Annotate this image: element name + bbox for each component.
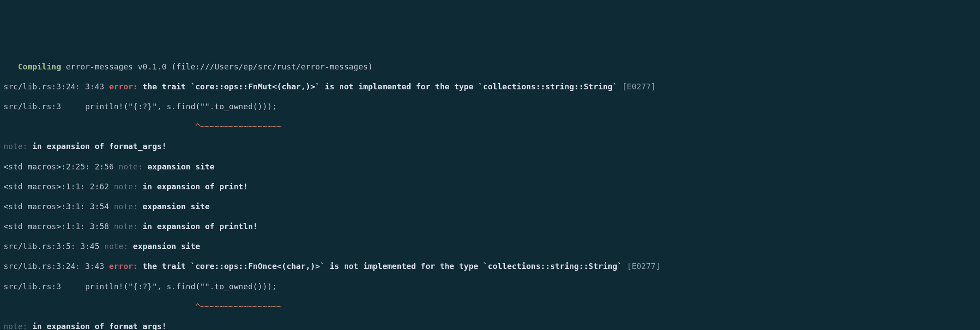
terminal-output: Compiling error-messages v0.1.0 (file://…: [0, 50, 980, 330]
caret-line-1: ^~~~~~~~~~~~~~~~~~: [4, 122, 976, 132]
note-msg: in expansion of format_args!: [27, 322, 166, 330]
macro-line: src/lib.rs:3:5: 3:45 note: expansion sit…: [4, 242, 976, 252]
indent: [4, 62, 18, 71]
macro-line: <std macros>:1:1: 2:62 note: in expansio…: [4, 182, 976, 192]
error-1-loc: src/lib.rs:3:24: 3:43: [4, 82, 109, 91]
note-format-args-2: note: in expansion of format_args!: [4, 322, 976, 330]
note-tag: note:: [104, 242, 128, 251]
macro-loc: <std macros>:2:25: 2:56: [4, 162, 119, 171]
note-msg: expansion site: [128, 242, 200, 251]
note-tag: note:: [114, 202, 138, 211]
note-msg: in expansion of format_args!: [27, 142, 166, 151]
compiling-label: Compiling: [18, 62, 61, 71]
note-tag: note:: [114, 222, 138, 231]
caret-line-2: ^~~~~~~~~~~~~~~~~~: [4, 302, 976, 312]
note-tag: note:: [114, 182, 138, 191]
note-msg: in expansion of println!: [138, 222, 257, 231]
error-tag: error:: [109, 261, 138, 271]
note-tag: note:: [4, 322, 27, 330]
compile-line: Compiling error-messages v0.1.0 (file://…: [4, 62, 976, 72]
error-tag: error:: [109, 82, 138, 91]
error-1-msg: the trait `core::ops::FnMut<(char,)>` is…: [138, 82, 622, 91]
note-msg: expansion site: [138, 202, 210, 211]
note-msg: in expansion of print!: [138, 182, 248, 191]
error-2-line: src/lib.rs:3:24: 3:43 error: the trait `…: [4, 261, 976, 272]
macro-loc: <std macros>:3:1: 3:54: [4, 202, 114, 211]
macro-line: <std macros>:1:1: 3:58 note: in expansio…: [4, 222, 976, 232]
macro-line: <std macros>:2:25: 2:56 note: expansion …: [4, 162, 976, 172]
compiling-tail: error-messages v0.1.0 (file:///Users/ep/…: [61, 62, 373, 71]
macro-loc: src/lib.rs:3:5: 3:45: [4, 242, 104, 251]
note-tag: note:: [4, 142, 27, 151]
source-line-1: src/lib.rs:3 println!("{:?}", s.find("".…: [4, 102, 976, 112]
error-code: [E0277]: [627, 261, 661, 271]
error-2-msg: the trait `core::ops::FnOnce<(char,)>` i…: [138, 261, 626, 271]
macro-loc: <std macros>:1:1: 3:58: [4, 222, 114, 231]
error-code: [E0277]: [622, 82, 656, 91]
macro-loc: <std macros>:1:1: 2:62: [4, 182, 114, 191]
note-msg: expansion site: [142, 162, 215, 171]
error-1-line: src/lib.rs:3:24: 3:43 error: the trait `…: [4, 82, 976, 92]
source-line-2: src/lib.rs:3 println!("{:?}", s.find("".…: [4, 282, 976, 292]
error-2-loc: src/lib.rs:3:24: 3:43: [4, 261, 109, 271]
note-format-args-1: note: in expansion of format_args!: [4, 142, 976, 152]
note-tag: note:: [119, 162, 142, 171]
macro-line: <std macros>:3:1: 3:54 note: expansion s…: [4, 202, 976, 212]
